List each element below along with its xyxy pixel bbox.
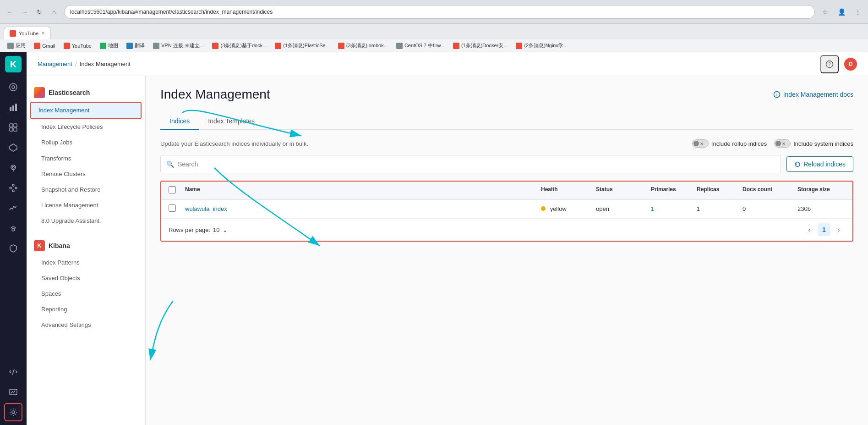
item-label: Remote Clusters [41, 171, 86, 177]
bookmark-maps[interactable]: 地图 [96, 41, 122, 50]
svg-rect-5 [10, 124, 13, 127]
bookmark-label: Gmail [42, 43, 55, 49]
docs-link[interactable]: i Index Management docs [773, 91, 853, 98]
sidebar-item-index-patterns[interactable]: Index Patterns [27, 255, 145, 270]
item-label: Advanced Settings [41, 321, 91, 328]
bookmark-favicon [7, 43, 14, 49]
toggle-rollup[interactable]: ✕ Include rollup indices [692, 139, 767, 148]
rollup-toggle-label: Include rollup indices [711, 140, 767, 147]
icon-ml[interactable] [4, 179, 22, 197]
bookmark-cdock1[interactable]: (3条消息)基于dock... [208, 41, 270, 50]
bookmark-favicon [275, 43, 281, 49]
address-bar[interactable]: localhost:5601/app/kibana#/management/el… [64, 5, 815, 19]
bookmark-docker[interactable]: (1条消息)Docker安... [449, 41, 511, 50]
tab-index-templates[interactable]: Index Templates [199, 113, 264, 130]
search-input[interactable] [178, 160, 775, 168]
forward-button[interactable]: → [18, 6, 31, 18]
svg-rect-6 [14, 124, 17, 127]
bookmark-lombok[interactable]: (3条消息)lombok... [334, 41, 392, 50]
icon-monitoring[interactable] [4, 383, 22, 401]
svg-text:i: i [776, 93, 777, 97]
icon-maps[interactable] [4, 159, 22, 177]
bookmark-apps[interactable]: 应用 [4, 41, 29, 50]
next-page-button[interactable]: › [832, 223, 845, 236]
system-toggle-label: Include system indices [793, 140, 853, 147]
prev-page-button[interactable]: ‹ [803, 223, 816, 236]
health-label: yellow [550, 205, 567, 212]
tabs-row: Indices Index Templates [160, 113, 853, 130]
icon-visualize[interactable] [4, 98, 22, 116]
bookmark-nginx[interactable]: (2条消息)Nginx学... [512, 41, 571, 50]
sidebar-item-index-lifecycle-policies[interactable]: Index Lifecycle Policies [27, 119, 145, 135]
bookmark-label: 地图 [108, 42, 118, 49]
sidebar-item-remote-clusters[interactable]: Remote Clusters [27, 166, 145, 182]
bookmark-favicon [126, 43, 133, 49]
icon-canvas[interactable] [4, 138, 22, 157]
sidebar-item-snapshot-restore[interactable]: Snapshot and Restore [27, 182, 145, 198]
toggle-system[interactable]: ✕ Include system indices [774, 139, 853, 148]
bookmark-youtube[interactable]: YouTube [60, 42, 95, 50]
sidebar-item-upgrade-assistant[interactable]: 8.0 Upgrade Assistant [27, 213, 145, 229]
sidebar-item-transforms[interactable]: Transforms [27, 151, 145, 166]
system-toggle-switch[interactable]: ✕ [774, 139, 791, 148]
icon-siem[interactable] [4, 239, 22, 258]
description-text: Update your Elasticsearch indices indivi… [160, 140, 308, 147]
bookmark-label: VPN 连接-未建立... [161, 42, 204, 49]
elasticsearch-label: Elasticsearch [49, 89, 90, 96]
rollup-toggle-x: ✕ [700, 141, 704, 146]
icon-discover[interactable] [4, 78, 22, 96]
tab-index-templates-label: Index Templates [208, 117, 255, 125]
elasticsearch-section-title: Elasticsearch [27, 83, 145, 102]
bookmark-label: (3条消息)lombok... [346, 42, 388, 49]
home-button[interactable]: ⌂ [48, 6, 60, 18]
sidebar-item-saved-objects[interactable]: Saved Objects [27, 270, 145, 286]
current-page-button[interactable]: 1 [818, 223, 830, 236]
svg-point-22 [12, 411, 15, 414]
bookmark-label: (3条消息)基于dock... [220, 42, 267, 49]
settings-button[interactable]: ⋮ [852, 6, 864, 18]
refresh-button[interactable]: ↻ [33, 6, 46, 18]
address-text: localhost:5601/app/kibana#/management/el… [70, 9, 273, 15]
icon-management[interactable] [4, 403, 22, 421]
svg-rect-3 [12, 105, 14, 111]
sidebar-item-license-management[interactable]: License Management [27, 198, 145, 213]
bookmark-gmail[interactable]: Gmail [30, 42, 59, 50]
bookmark-elastic[interactable]: (1条消息)ElasticSe... [271, 41, 333, 50]
bookmark-centos[interactable]: CentOS 7 中firw... [393, 41, 448, 50]
breadcrumb-parent[interactable]: Management [38, 61, 72, 67]
select-all-checkbox[interactable] [169, 186, 176, 193]
user-avatar[interactable]: D [844, 58, 857, 71]
sidebar-item-rollup-jobs[interactable]: Rollup Jobs [27, 135, 145, 150]
td-name[interactable]: wulawula_index [181, 201, 537, 217]
help-button[interactable]: ? [820, 55, 839, 73]
sidebar-item-index-management[interactable]: Index Management [31, 103, 141, 118]
td-replicas: 1 [693, 201, 739, 217]
table-header: Name Health Status Primaries Replicas Do… [161, 182, 852, 200]
icon-apm[interactable] [4, 199, 22, 217]
tab-indices[interactable]: Indices [160, 113, 199, 130]
item-label: 8.0 Upgrade Assistant [41, 217, 99, 224]
search-wrapper: 🔍 [160, 155, 781, 173]
icon-dev-tools[interactable] [4, 363, 22, 381]
tab-close[interactable]: ✕ [41, 31, 45, 36]
bookmark-vpn[interactable]: VPN 连接-未建立... [149, 41, 208, 50]
top-bar-right: ? D [820, 55, 857, 73]
icon-uptime[interactable] [4, 219, 22, 237]
kibana-logo[interactable]: K [5, 56, 22, 72]
profile-button[interactable]: 👤 [835, 6, 848, 18]
icon-dashboard[interactable] [4, 118, 22, 137]
sidebar-item-reporting[interactable]: Reporting [27, 302, 145, 317]
elasticsearch-icon [34, 87, 45, 98]
current-page-label: 1 [822, 226, 826, 233]
row-checkbox[interactable] [169, 204, 176, 212]
reload-button[interactable]: Reload indices [786, 156, 853, 172]
rows-per-page-control[interactable]: Rows per page: 10 ⌄ [169, 226, 228, 233]
sidebar-item-spaces[interactable]: Spaces [27, 286, 145, 302]
active-tab[interactable]: YouTube ✕ [4, 27, 51, 39]
item-label: Spaces [41, 290, 61, 297]
sidebar-item-advanced-settings[interactable]: Advanced Settings [27, 317, 145, 333]
rollup-toggle-switch[interactable]: ✕ [692, 139, 709, 148]
bookmark-button[interactable]: ☆ [819, 6, 831, 18]
bookmark-translate[interactable]: 翻译 [123, 41, 148, 50]
back-button[interactable]: ← [4, 6, 16, 18]
